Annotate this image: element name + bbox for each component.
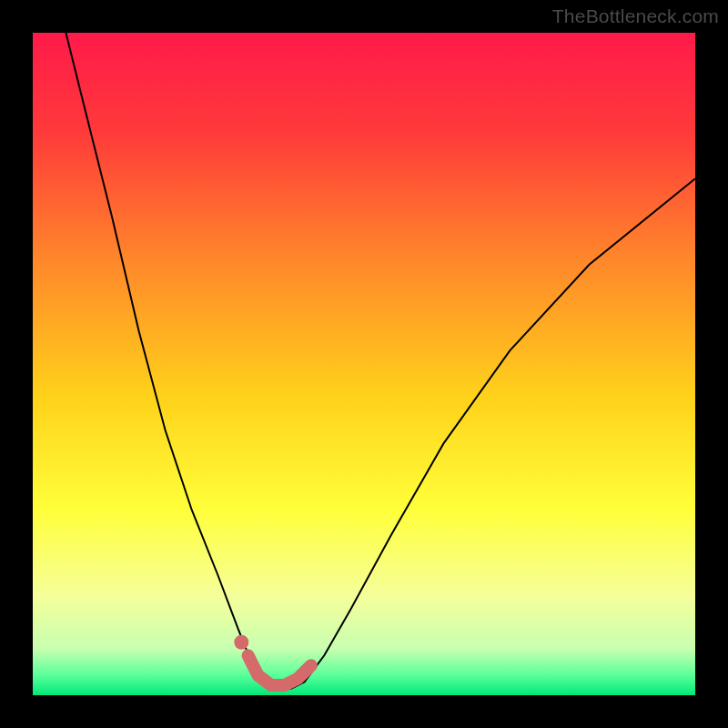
optimal-range-highlight (248, 655, 311, 685)
highlight-start-dot (234, 635, 248, 650)
plot-area (33, 33, 695, 695)
curve-layer (33, 33, 695, 695)
bottleneck-curve (66, 33, 695, 689)
watermark-text: TheBottleneck.com (552, 5, 719, 27)
chart-frame: TheBottleneck.com (0, 0, 728, 728)
